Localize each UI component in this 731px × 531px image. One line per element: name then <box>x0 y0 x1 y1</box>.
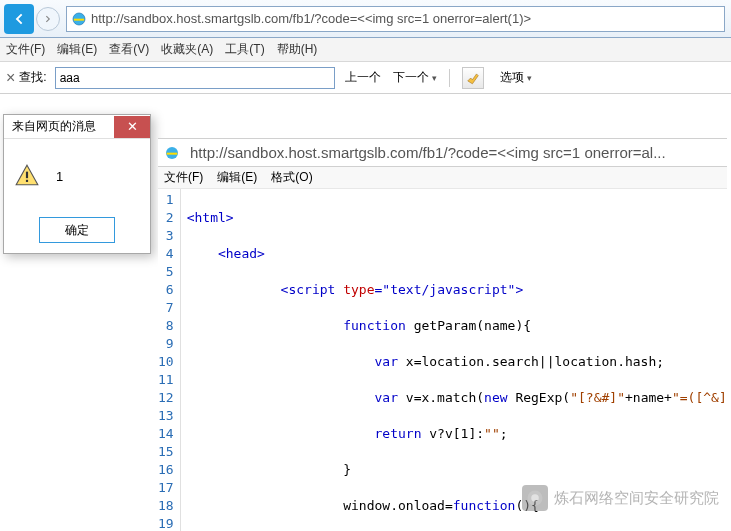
alert-ok-button[interactable]: 确定 <box>39 217 115 243</box>
code-lines: <html> <head> <script type="text/javascr… <box>181 189 727 531</box>
menu-bar: 文件(F) 编辑(E) 查看(V) 收藏夹(A) 工具(T) 帮助(H) <box>0 38 731 62</box>
dev-menu-format[interactable]: 格式(O) <box>271 169 312 186</box>
find-close[interactable]: × <box>6 69 15 87</box>
menu-edit[interactable]: 编辑(E) <box>57 41 97 58</box>
devtools-panel: http://sandbox.host.smartgslb.com/fb1/?c… <box>158 138 727 531</box>
alert-titlebar: 来自网页的消息 ✕ <box>4 115 150 139</box>
address-bar[interactable]: http://sandbox.host.smartgslb.com/fb1/?c… <box>66 6 725 32</box>
find-prev[interactable]: 上一个 <box>345 69 381 86</box>
menu-tools[interactable]: 工具(T) <box>225 41 264 58</box>
find-input[interactable] <box>55 67 335 89</box>
find-bar: × 查找: 上一个 下一个 ▾ 选项 ▾ <box>0 62 731 94</box>
dev-menu-edit[interactable]: 编辑(E) <box>217 169 257 186</box>
line-gutter: 123456789101112131415161718192021 <box>158 189 181 531</box>
address-url[interactable]: http://sandbox.host.smartgslb.com/fb1/?c… <box>91 11 720 26</box>
alert-title-text: 来自网页的消息 <box>12 118 96 135</box>
devtools-url: http://sandbox.host.smartgslb.com/fb1/?c… <box>190 144 666 161</box>
devtools-menu: 文件(F) 编辑(E) 格式(O) <box>158 167 727 189</box>
find-label: 查找: <box>19 69 46 86</box>
watermark-icon <box>522 485 548 511</box>
devtools-tab[interactable]: http://sandbox.host.smartgslb.com/fb1/?c… <box>158 139 727 167</box>
ie-icon <box>164 145 180 161</box>
watermark-text: 炼石网络空间安全研究院 <box>554 489 719 508</box>
ie-icon <box>71 11 87 27</box>
menu-help[interactable]: 帮助(H) <box>277 41 318 58</box>
forward-button[interactable] <box>36 7 60 31</box>
highlight-icon[interactable] <box>462 67 484 89</box>
svg-point-6 <box>531 494 539 502</box>
back-button[interactable] <box>4 4 34 34</box>
menu-favorites[interactable]: 收藏夹(A) <box>161 41 213 58</box>
alert-close-button[interactable]: ✕ <box>114 116 150 138</box>
menu-view[interactable]: 查看(V) <box>109 41 149 58</box>
dev-menu-file[interactable]: 文件(F) <box>164 169 203 186</box>
menu-file[interactable]: 文件(F) <box>6 41 45 58</box>
alert-dialog: 来自网页的消息 ✕ 1 确定 <box>3 114 151 254</box>
alert-message: 1 <box>56 169 63 184</box>
find-options[interactable]: 选项 ▾ <box>500 69 532 86</box>
find-next[interactable]: 下一个 ▾ <box>393 69 437 86</box>
svg-rect-2 <box>26 172 28 179</box>
source-code-area[interactable]: 123456789101112131415161718192021 <html>… <box>158 189 727 531</box>
warning-icon <box>14 163 40 189</box>
browser-nav-bar: http://sandbox.host.smartgslb.com/fb1/?c… <box>0 0 731 38</box>
svg-rect-3 <box>26 180 28 182</box>
watermark: 炼石网络空间安全研究院 <box>522 485 719 511</box>
